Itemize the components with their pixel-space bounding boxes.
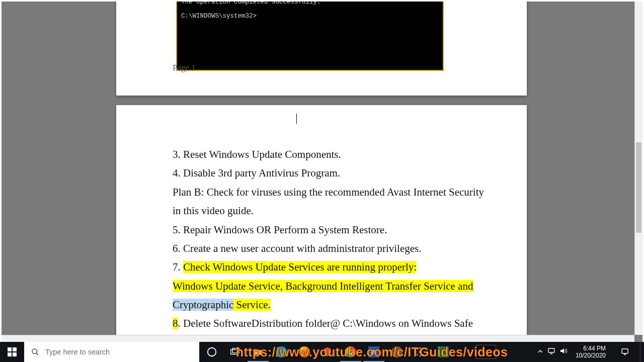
terminal-screenshot: [==========================100.0%=======… — [176, 2, 444, 71]
settings-button[interactable] — [409, 342, 432, 362]
app-window: [==========================100.0%=======… — [0, 0, 644, 342]
chrome-button[interactable] — [339, 342, 362, 362]
notification-icon — [621, 348, 629, 356]
chrome-icon — [345, 346, 356, 357]
task-view-button[interactable] — [223, 342, 247, 362]
terminal-prompt: C:\WINDOWS\system32> — [181, 13, 257, 20]
search-placeholder: Type here to search — [45, 348, 110, 356]
svg-rect-1 — [13, 347, 17, 351]
chevron-up-icon — [537, 348, 543, 354]
search-icon — [31, 348, 39, 356]
highlight-text[interactable]: Check Windows Update Services are runnin… — [183, 261, 417, 273]
word-icon: W — [368, 346, 379, 357]
firefox-button[interactable] — [293, 342, 316, 362]
highlight-text[interactable]: 8 — [173, 317, 178, 329]
terminal-button[interactable] — [476, 345, 496, 359]
app-icon — [438, 346, 449, 357]
scrollbar-thumb[interactable] — [636, 142, 641, 233]
list-item[interactable]: 4. Disable 3rd party Antivirus Program. — [173, 164, 492, 183]
terminal-line-2: The operation completed successfully. — [181, 2, 321, 6]
list-item[interactable]: 5. Repair Windows OR Perform a System Re… — [173, 221, 492, 239]
list-item[interactable]: 3. Reset Windows Update Components. — [173, 145, 492, 164]
taskbar-search[interactable]: Type here to search — [24, 342, 199, 362]
taskbar-apps: W https://www.youtube.com/c/ITGuides/vid… — [200, 342, 543, 362]
tray-volume-button[interactable] — [559, 347, 568, 357]
gear-icon — [415, 346, 426, 357]
svg-rect-0 — [8, 347, 12, 351]
edge-icon — [276, 346, 287, 357]
windows-logo-icon — [8, 347, 17, 356]
file-explorer-button[interactable] — [247, 342, 270, 362]
edge-button[interactable] — [270, 342, 293, 362]
clock-date: 10/20/2020 — [576, 352, 606, 359]
svg-rect-10 — [548, 348, 554, 352]
document-body[interactable]: 3. Reset Windows Update Components. 4. D… — [173, 145, 492, 342]
document-page-2[interactable]: 3. Reset Windows Update Components. 4. D… — [116, 105, 527, 342]
vertical-scrollbar[interactable] — [634, 2, 642, 335]
svg-point-6 — [208, 348, 216, 356]
taskbar-clock[interactable]: 6:44 PM 10/20/2020 — [572, 345, 610, 359]
list-item[interactable]: 6. Create a new user account with admini… — [173, 239, 492, 258]
word-button[interactable]: W — [362, 342, 385, 362]
text-cursor — [296, 114, 297, 124]
selected-text[interactable]: Cryptographic — [173, 299, 233, 311]
system-tray: 6:44 PM 10/20/2020 — [532, 342, 644, 362]
brave-button[interactable] — [316, 342, 339, 362]
action-center-button[interactable] — [614, 342, 636, 362]
clock-time: 6:44 PM — [576, 345, 606, 352]
document-viewport: [==========================100.0%=======… — [2, 2, 642, 342]
start-button[interactable] — [0, 342, 24, 362]
network-icon — [547, 347, 555, 355]
folder-icon — [253, 346, 264, 357]
volume-icon — [559, 347, 568, 355]
taskbar-app[interactable] — [432, 342, 455, 362]
taskbar: Type here to search W https://www.youtub… — [0, 342, 644, 362]
tray-overflow-button[interactable] — [537, 347, 543, 356]
item-number[interactable]: 7. — [173, 261, 183, 273]
svg-rect-3 — [13, 352, 17, 356]
highlight-text[interactable]: Windows Update Service, Background Intel… — [173, 280, 473, 292]
taskbar-app[interactable] — [385, 342, 409, 362]
show-desktop-button[interactable] — [640, 342, 643, 362]
terminal-output: [==========================100.0%=======… — [177, 2, 443, 20]
firefox-icon — [299, 346, 310, 357]
list-item-highlighted[interactable]: 7. Check Windows Update Services are run… — [173, 258, 492, 277]
task-view-icon — [229, 346, 240, 357]
svg-rect-2 — [8, 352, 12, 356]
list-item-highlighted[interactable]: Windows Update Service, Background Intel… — [173, 277, 492, 315]
app-icon — [391, 346, 403, 357]
highlight-text[interactable]: Cryptographic — [173, 299, 233, 311]
svg-rect-8 — [232, 348, 239, 353]
page-number-label: Page 1 — [173, 63, 196, 73]
document-page-1: [==========================100.0%=======… — [116, 2, 527, 96]
horizontal-scrollbar[interactable] — [2, 335, 634, 342]
cortana-icon — [206, 346, 217, 357]
svg-rect-13 — [622, 349, 628, 353]
svg-rect-7 — [231, 349, 237, 354]
tray-network-button[interactable] — [547, 347, 555, 357]
cortana-button[interactable] — [200, 342, 223, 362]
highlight-text[interactable]: Service. — [233, 299, 270, 311]
plan-b-paragraph[interactable]: Plan B: Check for viruses using the reco… — [173, 183, 492, 221]
svg-point-9 — [419, 350, 422, 353]
brave-icon — [322, 346, 333, 357]
svg-line-5 — [36, 353, 38, 355]
svg-point-4 — [32, 349, 37, 353]
